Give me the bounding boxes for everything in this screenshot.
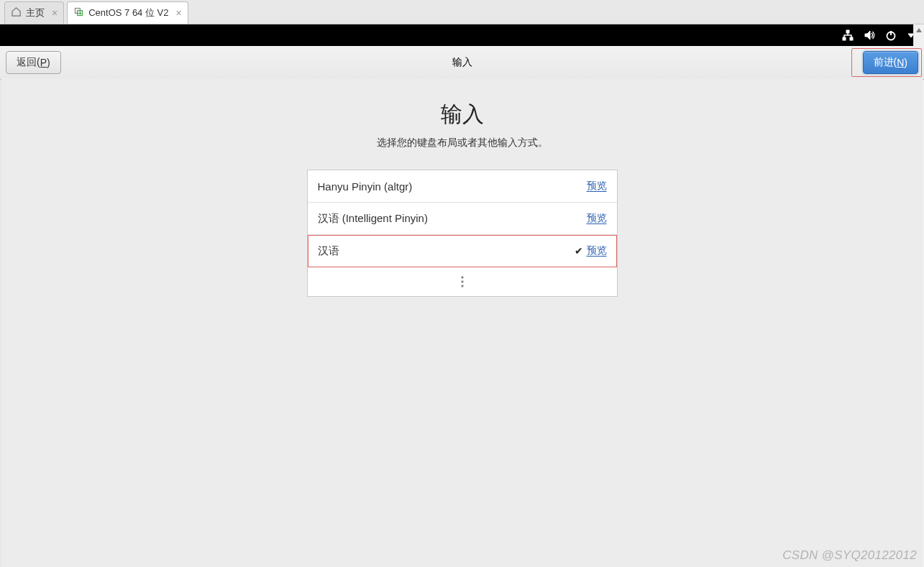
list-item-label: 汉语: [318, 244, 571, 258]
back-button-prefix: 返回(: [17, 56, 40, 69]
svg-rect-4: [850, 37, 853, 40]
svg-rect-2: [846, 30, 849, 33]
actionbar-title: 输入: [0, 56, 924, 69]
svg-point-7: [461, 276, 463, 278]
page-subtitle: 选择您的键盘布局或者其他输入方式。: [1, 137, 923, 149]
next-button-prefix: 前进(: [874, 56, 897, 69]
actionbar: 返回(P) 输入 前进(N): [0, 46, 924, 80]
svg-point-9: [461, 285, 463, 287]
preview-link[interactable]: 预览: [587, 180, 607, 193]
gnome-topbar: [0, 24, 924, 46]
vm-icon: [73, 6, 84, 19]
close-icon[interactable]: ×: [52, 7, 58, 19]
check-icon: ✔: [571, 245, 587, 257]
tabstrip: 主页 × CentOS 7 64 位 V2 ×: [0, 0, 924, 24]
main-panel: 输入 选择您的键盘布局或者其他输入方式。 Hanyu Pinyin (altgr…: [1, 78, 923, 567]
tab-label: 主页: [26, 6, 45, 19]
volume-icon[interactable]: [864, 29, 875, 41]
back-button[interactable]: 返回(P): [6, 51, 61, 74]
back-button-suffix: ): [47, 57, 50, 68]
close-icon[interactable]: ×: [175, 7, 181, 19]
preview-link[interactable]: 预览: [587, 212, 607, 225]
page-heading: 输入: [1, 100, 923, 129]
next-button-key: N: [897, 57, 904, 68]
svg-rect-3: [843, 37, 846, 40]
list-item[interactable]: Hanyu Pinyin (altgr) 预览: [308, 170, 617, 203]
watermark: CSDN @SYQ20122012: [782, 548, 917, 563]
network-icon[interactable]: [842, 29, 854, 41]
preview-link[interactable]: 预览: [587, 244, 607, 257]
tab-label: CentOS 7 64 位 V2: [88, 6, 168, 19]
list-item-label: 汉语 (Intelligent Pinyin): [318, 212, 571, 226]
home-icon: [11, 6, 22, 19]
input-method-list: Hanyu Pinyin (altgr) 预览 汉语 (Intelligent …: [307, 170, 618, 297]
back-button-key: P: [40, 57, 47, 68]
next-button-suffix: ): [904, 57, 907, 68]
more-button[interactable]: [308, 267, 617, 296]
list-item[interactable]: 汉语 (Intelligent Pinyin) 预览: [308, 203, 617, 235]
power-icon[interactable]: [885, 29, 897, 41]
svg-point-8: [461, 280, 463, 282]
list-item[interactable]: 汉语 ✔ 预览: [308, 235, 617, 267]
more-vertical-icon: [460, 275, 465, 288]
scroll-up-button[interactable]: [914, 24, 924, 36]
tab-vm[interactable]: CentOS 7 64 位 V2 ×: [67, 1, 188, 24]
next-button[interactable]: 前进(N): [863, 51, 918, 74]
list-item-label: Hanyu Pinyin (altgr): [318, 180, 571, 193]
tab-home[interactable]: 主页 ×: [4, 1, 64, 24]
